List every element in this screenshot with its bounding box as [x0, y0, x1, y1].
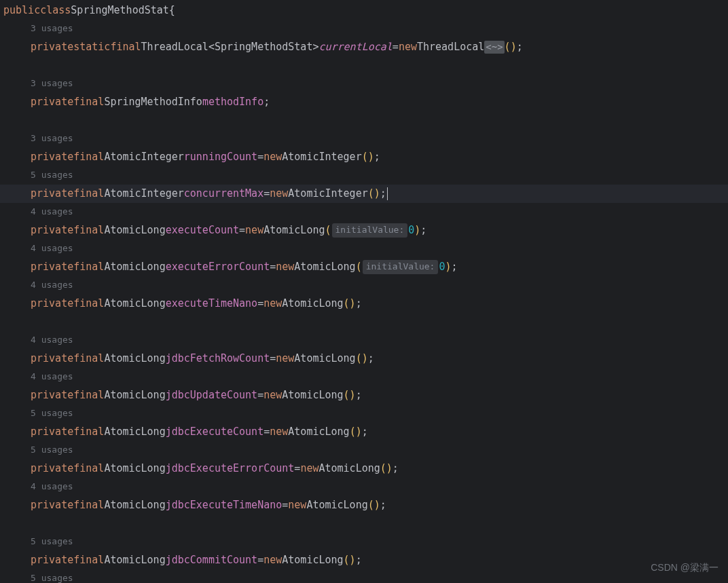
usages-hint[interactable]: 4 usages: [0, 203, 728, 221]
keyword: private: [31, 260, 73, 274]
keyword: class: [40, 3, 71, 18]
keyword: new: [288, 498, 306, 512]
constructor-name: AtomicLong: [282, 388, 343, 402]
keyword: private: [31, 553, 73, 567]
keyword: public: [3, 3, 40, 18]
usages-hint[interactable]: 4 usages: [0, 331, 728, 350]
field-declaration-line[interactable]: private final AtomicLong jdbcExecuteErro…: [0, 459, 728, 478]
constructor-name: AtomicLong: [282, 553, 343, 567]
usages-hint[interactable]: 5 usages: [0, 441, 728, 459]
keyword: new: [399, 40, 417, 54]
keyword: final: [73, 553, 104, 567]
usages-hint[interactable]: 5 usages: [0, 166, 728, 185]
param-hint: initialValue:: [363, 260, 439, 274]
constructor-name: AtomicLong: [282, 297, 343, 311]
usages-hint[interactable]: 3 usages: [0, 130, 728, 148]
type-name: AtomicLong: [104, 223, 165, 238]
class-declaration-line[interactable]: public class SpringMethodStat {: [0, 1, 728, 20]
keyword: new: [270, 187, 288, 201]
constructor-name: AtomicLong: [263, 223, 325, 238]
type-name: AtomicInteger: [104, 150, 183, 164]
usages-hint[interactable]: 5 usages: [0, 405, 728, 423]
field-declaration-line[interactable]: private final AtomicLong executeErrorCou…: [0, 258, 728, 276]
field-name: methodInfo: [202, 95, 263, 109]
usages-hint[interactable]: 4 usages: [0, 368, 728, 386]
keyword: final: [73, 187, 104, 201]
keyword: private: [31, 388, 73, 402]
usages-hint[interactable]: 4 usages: [0, 478, 728, 496]
usages-hint[interactable]: 4 usages: [0, 240, 728, 258]
constructor-name: AtomicLong: [294, 260, 355, 274]
type-name: AtomicLong: [104, 425, 165, 439]
field-declaration-line[interactable]: private final AtomicLong jdbcUpdateCount…: [0, 386, 728, 405]
type-name: ThreadLocal: [141, 40, 208, 54]
keyword: static: [73, 40, 110, 54]
field-name: runningCount: [184, 150, 257, 164]
keyword: new: [263, 150, 282, 164]
field-declaration-line[interactable]: private final AtomicInteger runningCount…: [0, 148, 728, 166]
field-declaration-line[interactable]: private final AtomicLong jdbcExecuteCoun…: [0, 423, 728, 441]
keyword: private: [31, 95, 73, 109]
type-name: AtomicInteger: [104, 187, 183, 201]
keyword: private: [31, 150, 73, 164]
usages-hint[interactable]: 5 usages: [0, 533, 728, 551]
keyword: final: [73, 260, 104, 274]
field-declaration-line[interactable]: private final SpringMethodInfo methodInf…: [0, 93, 728, 111]
keyword: private: [31, 187, 73, 201]
field-declaration-line[interactable]: private final AtomicLong executeCount = …: [0, 221, 728, 240]
keyword: final: [73, 95, 104, 109]
keyword: new: [276, 260, 294, 274]
field-name: jdbcFetchRowCount: [166, 352, 270, 366]
constructor-name: AtomicLong: [318, 462, 380, 476]
keyword: final: [110, 40, 141, 54]
usages-hint[interactable]: 4 usages: [0, 276, 728, 295]
type-name: SpringMethodInfo: [104, 95, 202, 109]
keyword: final: [73, 352, 104, 366]
number-literal: 0: [408, 223, 414, 238]
blank-line[interactable]: [0, 56, 728, 75]
field-name: currentLocal: [318, 40, 392, 54]
field-declaration-line[interactable]: private final AtomicLong executeTimeNano…: [0, 295, 728, 313]
brace: {: [169, 3, 175, 18]
field-name: jdbcExecuteTimeNano: [166, 498, 283, 512]
keyword: new: [270, 425, 288, 439]
usages-hint[interactable]: 3 usages: [0, 20, 728, 38]
diamond-hint: <~>: [484, 41, 504, 54]
field-declaration-line[interactable]: private static final ThreadLocal<SpringM…: [0, 38, 728, 56]
field-name: jdbcExecuteCount: [166, 425, 264, 439]
blank-line[interactable]: [0, 514, 728, 533]
field-declaration-line[interactable]: private final AtomicLong jdbcFetchRowCou…: [0, 350, 728, 368]
keyword: new: [263, 388, 282, 402]
watermark: CSDN @梁满一: [651, 561, 718, 575]
keyword: new: [263, 297, 282, 311]
keyword: final: [73, 388, 104, 402]
code-editor[interactable]: public class SpringMethodStat { 3 usages…: [0, 0, 728, 583]
field-declaration-line[interactable]: private final AtomicLong jdbcExecuteTime…: [0, 496, 728, 514]
keyword: private: [31, 297, 73, 311]
keyword: private: [31, 498, 73, 512]
constructor-name: AtomicLong: [306, 498, 367, 512]
constructor-name: AtomicInteger: [288, 187, 367, 201]
keyword: final: [73, 150, 104, 164]
blank-line[interactable]: [0, 313, 728, 331]
param-hint: initialValue:: [332, 223, 408, 237]
keyword: final: [73, 223, 104, 238]
field-name: executeErrorCount: [166, 260, 270, 274]
class-name: SpringMethodStat: [71, 3, 169, 18]
number-literal: 0: [439, 260, 445, 274]
blank-line[interactable]: [0, 111, 728, 130]
type-name: AtomicLong: [104, 297, 165, 311]
type-name: AtomicLong: [104, 388, 165, 402]
field-name: executeCount: [166, 223, 239, 238]
usages-hint[interactable]: 5 usages: [0, 569, 728, 583]
keyword: private: [31, 425, 73, 439]
keyword: new: [300, 462, 318, 476]
keyword: private: [31, 462, 73, 476]
field-declaration-line[interactable]: private final AtomicLong jdbcCommitCount…: [0, 551, 728, 569]
keyword: new: [276, 352, 294, 366]
constructor-name: AtomicLong: [294, 352, 355, 366]
constructor-name: AtomicInteger: [282, 150, 361, 164]
field-declaration-line[interactable]: private final AtomicInteger concurrentMa…: [0, 185, 728, 203]
text-caret: [387, 187, 388, 200]
usages-hint[interactable]: 3 usages: [0, 75, 728, 93]
